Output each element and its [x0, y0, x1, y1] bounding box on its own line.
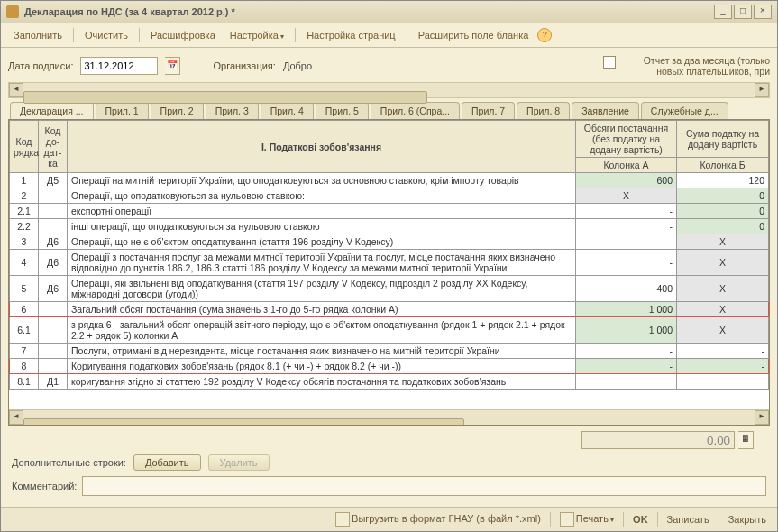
cell-col-b[interactable]: 0: [677, 188, 769, 204]
ok-button[interactable]: OK: [629, 512, 652, 527]
cell-col-b[interactable]: -: [677, 344, 769, 359]
row-text: Операції, які звільнені від оподаткуванн…: [68, 276, 576, 302]
save-button[interactable]: Записать: [664, 512, 713, 527]
statusbar: Выгрузить в формат ГНАУ (в файл *.xml) П…: [1, 507, 777, 531]
tab-2[interactable]: Прил. 2: [151, 102, 204, 119]
calculator-icon[interactable]: 🖩: [738, 431, 754, 449]
decode-button[interactable]: Расшифровка: [145, 28, 221, 42]
cell-col-a[interactable]: -: [576, 344, 677, 359]
app-icon: [6, 5, 19, 18]
close-window-button[interactable]: Закрыть: [725, 512, 770, 527]
row-addcode: Д1: [39, 374, 68, 390]
table-row[interactable]: 8.1Д1коригування згідно зі статтею 192 р…: [10, 374, 769, 390]
cell-col-a[interactable]: -: [576, 204, 677, 219]
row-code: 6.1: [10, 317, 39, 344]
row-addcode: [39, 219, 68, 234]
table-row[interactable]: 7Послуги, отримані від нерезидента, місц…: [10, 344, 769, 359]
clear-button[interactable]: Очистить: [79, 28, 133, 42]
minimize-button[interactable]: _: [714, 5, 732, 19]
table-row[interactable]: 2Операції, що оподатковуються за нульово…: [10, 188, 769, 204]
cell-col-b[interactable]: X: [677, 250, 769, 276]
cell-col-a[interactable]: X: [576, 188, 677, 204]
page-settings-button[interactable]: Настройка страниц: [301, 28, 401, 42]
row-code: 8.1: [10, 374, 39, 390]
tab-3[interactable]: Прил. 3: [206, 102, 259, 119]
cell-col-a[interactable]: -: [576, 250, 677, 276]
cell-col-a[interactable]: 400: [576, 276, 677, 302]
tab-4[interactable]: Прил. 4: [261, 102, 314, 119]
checkbox-icon[interactable]: [603, 56, 616, 69]
table-row[interactable]: 2.2інші операції, що оподатковуються за …: [10, 219, 769, 234]
export-icon: [335, 512, 350, 527]
cell-col-b[interactable]: X: [677, 317, 769, 344]
table-row[interactable]: 6.1з рядка 6 - загальний обсяг операцій …: [10, 317, 769, 344]
grid-h-scrollbar[interactable]: ◄ ►: [9, 409, 769, 425]
cell-col-b[interactable]: X: [677, 276, 769, 302]
table-row[interactable]: 4Д6Операції з постачання послуг за межам…: [10, 250, 769, 276]
row-text: Операції з постачання послуг за межами м…: [68, 250, 576, 276]
tab-5[interactable]: Прил. 5: [316, 102, 369, 119]
table-row[interactable]: 6Загальний обсяг постачання (сума значен…: [10, 302, 769, 317]
tab-9[interactable]: Заявление: [572, 102, 639, 119]
print-dropdown[interactable]: Печать: [556, 510, 618, 528]
sum-input[interactable]: [581, 431, 735, 449]
fill-button[interactable]: Заполнить: [8, 28, 68, 42]
tab-7[interactable]: Прил. 7: [462, 102, 515, 119]
table-row[interactable]: 8Коригування податкових зобов'язань (ряд…: [10, 359, 769, 374]
cell-col-b[interactable]: [677, 374, 769, 390]
cell-col-a[interactable]: -: [576, 219, 677, 234]
cell-col-a[interactable]: -: [576, 234, 677, 250]
cell-col-a[interactable]: [576, 374, 677, 390]
tab-6[interactable]: Прил. 6 (Спра...: [371, 102, 460, 119]
cell-col-a[interactable]: -: [576, 359, 677, 374]
top-scrollbar[interactable]: ◄ ►: [8, 82, 770, 98]
export-xml-button[interactable]: Выгрузить в формат ГНАУ (в файл *.xml): [332, 510, 545, 528]
table-row[interactable]: 5Д6Операції, які звільнені від оподаткув…: [10, 276, 769, 302]
table-row[interactable]: 3Д6Операції, що не є об'єктом оподаткува…: [10, 234, 769, 250]
row-code: 8: [10, 359, 39, 374]
scroll-left-icon[interactable]: ◄: [9, 410, 23, 425]
two-month-checkbox-wrap[interactable]: Отчет за два месяца (только новых плател…: [603, 55, 770, 77]
col-b-header: Сума податку на додану вартість: [677, 121, 769, 158]
cell-col-a[interactable]: 600: [576, 173, 677, 188]
row-text: Операції на митній території України, що…: [68, 173, 576, 188]
row-code: 6: [10, 302, 39, 317]
tab-1[interactable]: Прил. 1: [96, 102, 149, 119]
close-button[interactable]: ×: [754, 5, 772, 19]
scroll-right-icon[interactable]: ►: [755, 410, 769, 425]
settings-dropdown[interactable]: Настройка: [224, 28, 289, 42]
row-text: Загальний обсяг постачання (сума значень…: [68, 302, 576, 317]
comment-input[interactable]: [82, 476, 766, 496]
table-row[interactable]: 2.1експортні операції-0: [10, 204, 769, 219]
scroll-right-icon[interactable]: ►: [755, 83, 769, 97]
row-addcode: [39, 302, 68, 317]
cell-col-a[interactable]: 1 000: [576, 302, 677, 317]
cell-col-b[interactable]: 120: [677, 173, 769, 188]
comment-label: Комментарий:: [12, 481, 77, 491]
tab-strip: Декларация ...Прил. 1Прил. 2Прил. 3Прил.…: [8, 102, 770, 119]
row-addcode: [39, 359, 68, 374]
col-b-sub: Колонка Б: [677, 158, 769, 173]
table-row[interactable]: 1Д5Операції на митній території України,…: [10, 173, 769, 188]
cell-col-b[interactable]: X: [677, 302, 769, 317]
help-icon[interactable]: ?: [537, 28, 552, 42]
tab-0[interactable]: Декларация ...: [10, 102, 94, 119]
sign-date-input[interactable]: [80, 57, 158, 75]
tab-8[interactable]: Прил. 8: [517, 102, 570, 119]
cell-col-a[interactable]: 1 000: [576, 317, 677, 344]
row-code: 2.1: [10, 204, 39, 219]
two-month-label: Отчет за два месяца (только новых плател…: [619, 55, 770, 77]
scroll-left-icon[interactable]: ◄: [9, 83, 23, 97]
cell-col-b[interactable]: 0: [677, 204, 769, 219]
col-a-sub: Колонка А: [576, 158, 677, 173]
cell-col-b[interactable]: -: [677, 359, 769, 374]
calendar-icon[interactable]: 📅: [165, 57, 180, 75]
cell-col-b[interactable]: 0: [677, 219, 769, 234]
row-code: 7: [10, 344, 39, 359]
add-row-button[interactable]: Добавить: [133, 454, 201, 471]
expand-field-button[interactable]: Расширить поле бланка: [413, 28, 535, 42]
maximize-button[interactable]: □: [734, 5, 752, 19]
tab-10[interactable]: Служебные д...: [641, 102, 728, 119]
cell-col-b[interactable]: X: [677, 234, 769, 250]
delete-row-button: Удалить: [208, 454, 270, 471]
